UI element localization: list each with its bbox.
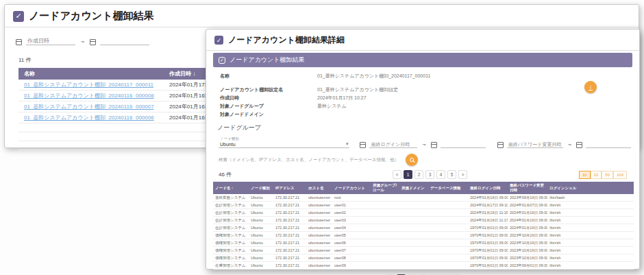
page-number-button[interactable]: 3 xyxy=(425,170,434,179)
result-link[interactable]: 01_基幹システムアカウント棚卸_20240116_000006 xyxy=(24,115,154,121)
node-count: 46 件 xyxy=(219,171,232,178)
table-cell: 2024年01月17日 09:10 xyxy=(468,202,508,209)
page-number-button[interactable]: 2 xyxy=(414,170,423,179)
table-cell: 2024年01月16日 09:00 xyxy=(508,209,547,217)
table-row: 会計管理システムUbuntu172.30.217.21ubuntuserveru… xyxy=(213,209,634,217)
table-cell: user06 xyxy=(332,239,371,247)
calendar-icon[interactable] xyxy=(16,39,22,45)
table-cell: 債権管理システム xyxy=(213,232,249,239)
table-cell: 172.30.217.21 xyxy=(273,194,306,202)
column-header[interactable]: 所属グループ/ロール xyxy=(371,182,399,194)
table-cell xyxy=(399,247,428,254)
column-header[interactable]: IPアドレス xyxy=(273,182,306,194)
table-cell: 172.30.217.21 xyxy=(273,247,306,254)
column-header[interactable]: データベース情報 xyxy=(428,182,468,194)
last-login-to-input[interactable] xyxy=(441,141,486,148)
table-cell: user03 xyxy=(332,217,371,224)
page-number-button[interactable]: 1 xyxy=(404,170,412,179)
column-header[interactable]: ノード名 ↑ xyxy=(213,182,249,194)
page-size-button[interactable]: 10 xyxy=(579,171,591,179)
table-row: 債権管理システムUbuntu172.30.217.21ubuntuserveru… xyxy=(213,247,634,254)
range-separator: ~ xyxy=(79,38,86,45)
table-cell: 2023年10月16日 09:00 xyxy=(508,254,547,262)
table-cell: ubuntuserver xyxy=(306,262,332,270)
calendar-icon[interactable] xyxy=(360,142,366,148)
table-cell: Ubuntu xyxy=(249,202,273,209)
column-header[interactable]: ホスト名 xyxy=(306,182,332,194)
table-cell xyxy=(371,232,399,239)
banner-title: ノードアカウント棚卸結果 xyxy=(230,56,304,64)
table-cell: 172.30.217.21 xyxy=(273,202,306,209)
table-cell: user02 xyxy=(332,209,371,217)
column-header[interactable]: ノード種別 xyxy=(249,182,273,194)
table-cell: 基幹業務システム xyxy=(213,194,249,202)
page-number-button[interactable]: 5 xyxy=(447,170,456,179)
table-cell: /bin/sh xyxy=(547,239,634,247)
last-password-to-input[interactable] xyxy=(586,141,631,148)
page-prev-button[interactable]: < xyxy=(393,170,401,179)
table-cell xyxy=(371,254,399,262)
table-cell xyxy=(371,209,399,217)
detail-value: 01_基幹システムアカウント棚卸_20240117_000011 xyxy=(317,73,430,80)
column-header-name[interactable]: 名称 xyxy=(18,68,164,80)
calendar-icon[interactable] xyxy=(431,142,437,148)
page-size-button[interactable]: 100 xyxy=(613,171,627,179)
page-next-button[interactable]: > xyxy=(458,170,467,179)
table-cell xyxy=(371,247,399,254)
created-from-input[interactable] xyxy=(26,37,75,45)
search-button[interactable] xyxy=(406,154,418,166)
table-cell: 2023年10月16日 09:00 xyxy=(508,247,547,254)
calendar-icon[interactable] xyxy=(90,39,96,45)
column-header[interactable]: 所属ドメイン xyxy=(399,182,428,194)
download-button[interactable]: ↓ xyxy=(584,81,597,93)
result-link[interactable]: 01_基幹システムアカウント棚卸_20240116_000007 xyxy=(24,104,154,110)
column-header[interactable]: 最終ログイン日時 xyxy=(468,182,508,194)
table-row: 債権管理システムUbuntu172.30.217.21ubuntuserveru… xyxy=(213,232,634,239)
page-size-button[interactable]: 50 xyxy=(602,171,613,179)
result-link[interactable]: 01_基幹システムアカウント棚卸_20240116_000008 xyxy=(24,93,154,99)
range-separator: ~ xyxy=(567,141,573,148)
table-cell xyxy=(428,202,468,209)
table-cell: /bin/sh xyxy=(547,224,634,232)
table-row: 債権管理システムUbuntu172.30.217.21ubuntuserveru… xyxy=(213,254,634,262)
table-cell: 2023年10月16日 09:00 xyxy=(508,239,547,247)
last-login-from-input[interactable] xyxy=(369,141,417,148)
table-cell: /bin/sh xyxy=(547,254,634,262)
table-row: 基幹業務システムUbuntu172.30.217.21ubuntuserverr… xyxy=(213,194,634,202)
calendar-icon[interactable] xyxy=(576,142,582,148)
table-cell: 172.30.217.21 xyxy=(273,239,306,247)
table-cell xyxy=(428,209,468,217)
table-cell: 1970年01月01日 09:00 xyxy=(468,232,508,239)
column-header[interactable]: 最終パスワード変更日時 xyxy=(508,182,547,194)
table-cell: Ubuntu xyxy=(249,254,273,262)
result-link[interactable]: 01_基幹システムアカウント棚卸_20240117_000011 xyxy=(24,82,153,88)
table-cell: 172.30.217.21 xyxy=(273,209,306,217)
created-to-input[interactable] xyxy=(100,37,149,45)
table-cell xyxy=(399,194,428,202)
table-cell: ubuntuserver xyxy=(306,217,332,224)
last-password-from-input[interactable] xyxy=(507,141,563,148)
table-row: 会計管理システムUbuntu172.30.217.21ubuntuserveru… xyxy=(213,217,634,224)
search-icon xyxy=(410,158,414,162)
page-size-button[interactable]: 20 xyxy=(591,171,602,179)
page-number-button[interactable]: 4 xyxy=(436,170,445,179)
detail-row: 対象ノードドメイン xyxy=(220,111,626,118)
column-header[interactable]: ノードアカウント xyxy=(332,182,371,194)
table-cell: 1970年01月01日 09:00 xyxy=(468,262,508,270)
table-cell: ubuntuserver xyxy=(306,224,332,232)
table-cell: /bin/sh xyxy=(547,217,634,224)
calendar-icon[interactable] xyxy=(497,142,504,148)
detail-row: 対象ノードグループ基幹システム xyxy=(220,103,626,110)
table-cell: 1970年01月01日 09:00 xyxy=(468,254,508,262)
column-header[interactable]: ログインシェル xyxy=(547,182,634,194)
chevron-down-icon: ▾ xyxy=(346,141,349,147)
detail-label: 作成日時 xyxy=(220,95,317,101)
front-table-body: 基幹業務システムUbuntu172.30.217.21ubuntuserverr… xyxy=(213,194,634,270)
node-group-section-title: ノードグループ xyxy=(206,122,639,135)
table-cell: user04 xyxy=(332,224,371,232)
table-cell xyxy=(428,217,468,224)
node-type-select[interactable]: ノード種別 Ubuntu ▾ xyxy=(219,136,349,148)
node-table-header-row: ノード名 ↑ノード種別IPアドレスホスト名ノードアカウント所属グループ/ロール所… xyxy=(213,182,634,194)
table-cell xyxy=(371,262,399,270)
table-cell: ubuntuserver xyxy=(306,247,332,254)
